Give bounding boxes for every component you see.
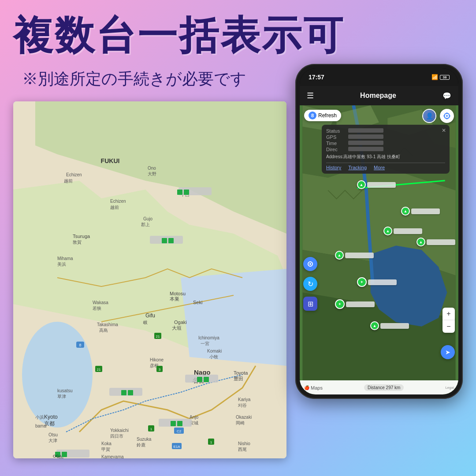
svg-text:Echizen: Echizen xyxy=(66,172,82,177)
status-label: Status xyxy=(326,128,348,134)
vehicle-marker-2: ▲ xyxy=(401,207,440,216)
svg-text:岡崎: 岡崎 xyxy=(236,420,245,425)
svg-text:Gifu: Gifu xyxy=(145,312,155,319)
svg-rect-82 xyxy=(177,190,182,195)
svg-text:郡上: 郡上 xyxy=(141,222,150,227)
svg-text:Hikone: Hikone xyxy=(150,357,164,362)
svg-text:Wakasa: Wakasa xyxy=(93,300,108,305)
svg-text:21: 21 xyxy=(97,368,101,372)
svg-text:岐: 岐 xyxy=(143,320,148,325)
svg-text:Kariya: Kariya xyxy=(238,397,251,402)
svg-text:Okazaki: Okazaki xyxy=(236,415,252,420)
svg-text:Motosu: Motosu xyxy=(170,291,186,296)
svg-rect-67 xyxy=(128,390,133,395)
tab-tracking[interactable]: Tracking xyxy=(348,165,367,170)
time-label: Time xyxy=(326,141,348,146)
svg-text:小牧: 小牧 xyxy=(209,354,218,359)
svg-text:Suzuka: Suzuka xyxy=(137,437,152,442)
navigate-button[interactable]: ➤ xyxy=(441,345,455,359)
zoom-in-button[interactable]: + xyxy=(443,308,455,320)
grid-button[interactable]: ⊞ xyxy=(303,297,317,311)
svg-text:Koka: Koka xyxy=(101,441,112,446)
tab-more[interactable]: More xyxy=(374,165,385,170)
user-avatar[interactable]: 👤 xyxy=(422,109,436,123)
svg-text:Nishio: Nishio xyxy=(238,441,250,446)
vehicle-marker-8: ▲ xyxy=(370,321,409,330)
svg-rect-75 xyxy=(197,377,202,382)
svg-text:大津: 大津 xyxy=(48,438,57,443)
svg-rect-73 xyxy=(168,238,174,243)
gps-value xyxy=(348,134,383,139)
vehicle-marker-7: ✦ xyxy=(335,299,375,309)
tab-history[interactable]: History xyxy=(326,165,341,170)
svg-text:Yokkaichi: Yokkaichi xyxy=(110,428,129,433)
phone-bottom-bar: 🍎 Maps Distance 297 km Legal xyxy=(300,380,458,394)
distance-text: Distance 297 km xyxy=(364,384,404,391)
info-tabs: History Tracking More xyxy=(326,163,445,170)
nav-title: Homepage xyxy=(360,92,396,100)
svg-point-106 xyxy=(309,263,311,265)
status-value xyxy=(348,128,383,133)
svg-text:美浜: 美浜 xyxy=(57,262,66,267)
svg-text:bama: bama xyxy=(35,424,46,428)
phone-mockup: 17:57 📶 38 ☰ Homepage 💬 xyxy=(295,64,463,399)
svg-text:敦賀: 敦賀 xyxy=(73,240,82,245)
svg-text:E1A: E1A xyxy=(173,445,180,449)
svg-text:草津: 草津 xyxy=(57,394,66,399)
svg-text:四日市: 四日市 xyxy=(110,434,123,439)
svg-text:小浜: 小浜 xyxy=(35,415,44,420)
svg-point-100 xyxy=(446,115,448,117)
svg-rect-69 xyxy=(171,421,176,426)
svg-text:Kameyama: Kameyama xyxy=(101,454,124,458)
vehicle-marker-4: ▲ xyxy=(335,251,374,260)
svg-text:Komaki: Komaki xyxy=(207,349,222,353)
vehicle-marker-3: ▲ xyxy=(383,227,422,235)
svg-text:C2: C2 xyxy=(177,429,182,433)
svg-text:1: 1 xyxy=(210,440,212,444)
target-icon[interactable] xyxy=(440,109,454,123)
svg-text:21: 21 xyxy=(156,335,160,338)
svg-text:本巣: 本巣 xyxy=(170,296,179,301)
svg-text:甲賀: 甲賀 xyxy=(101,447,110,452)
svg-text:Ogaki: Ogaki xyxy=(174,320,187,325)
zoom-out-button[interactable]: − xyxy=(443,320,455,333)
svg-text:一宮: 一宮 xyxy=(201,341,209,346)
popup-address: Address:高雄中屋敷 93-1 高雄 扶桑町 xyxy=(326,154,445,160)
svg-text:Kyoto: Kyoto xyxy=(44,414,58,420)
popup-close-icon[interactable]: ✕ xyxy=(442,127,446,134)
svg-rect-70 xyxy=(177,421,182,426)
vehicle-marker-5: ▲ xyxy=(416,238,455,246)
svg-text:OGA: OGA xyxy=(53,454,62,458)
svg-text:越前: 越前 xyxy=(110,205,119,210)
svg-text:Takashima: Takashima xyxy=(97,322,118,327)
svg-text:Ono: Ono xyxy=(148,166,156,171)
info-popup: ✕ Status GPS Time Direc Address:高雄中屋 xyxy=(322,125,450,174)
direction-value xyxy=(348,147,383,151)
hamburger-menu-icon[interactable]: ☰ xyxy=(307,91,314,100)
svg-text:Mihama: Mihama xyxy=(57,256,73,261)
svg-rect-76 xyxy=(204,377,209,382)
svg-text:大垣: 大垣 xyxy=(172,325,182,331)
svg-text:Ichinomiya: Ichinomiya xyxy=(198,335,219,340)
svg-rect-72 xyxy=(162,238,167,243)
svg-text:Seki: Seki xyxy=(193,300,202,305)
map-refresh-button[interactable]: ↻ xyxy=(303,277,317,291)
svg-text:豊田: 豊田 xyxy=(234,376,243,381)
gps-button[interactable] xyxy=(303,257,317,271)
svg-rect-79 xyxy=(62,452,67,457)
svg-text:越前: 越前 xyxy=(64,178,73,183)
chat-icon[interactable]: 💬 xyxy=(443,92,451,100)
svg-point-1 xyxy=(22,322,93,428)
svg-text:刈谷: 刈谷 xyxy=(238,403,247,408)
svg-rect-81 xyxy=(178,187,212,195)
zoom-controls: + − xyxy=(443,308,455,333)
svg-text:Toyota: Toyota xyxy=(234,370,248,376)
svg-text:高島: 高島 xyxy=(99,328,108,333)
svg-text:8: 8 xyxy=(79,343,81,347)
refresh-button[interactable]: 8 Refresh xyxy=(304,110,341,121)
sub-text: ※別途所定の手続きが必要です xyxy=(22,68,246,90)
svg-text:西尾: 西尾 xyxy=(238,447,247,452)
svg-text:Gujo: Gujo xyxy=(143,216,153,221)
vehicle-marker-6: ✦ xyxy=(357,277,397,287)
svg-text:大野: 大野 xyxy=(148,171,156,176)
